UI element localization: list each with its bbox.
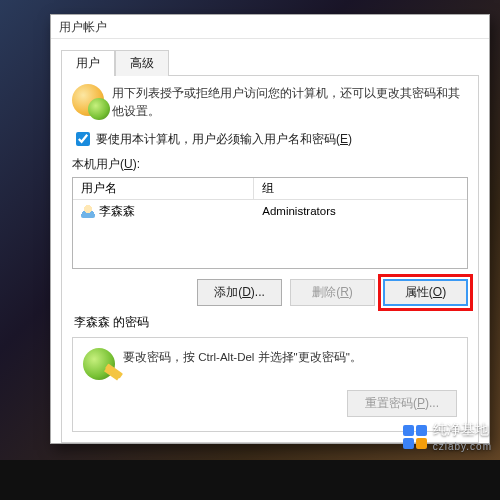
- tab-strip: 用户 高级: [61, 49, 479, 76]
- tab-users[interactable]: 用户: [61, 50, 115, 76]
- require-login-label: 要使用本计算机，用户必须输入用户名和密码(E): [96, 131, 352, 148]
- add-button[interactable]: 添加(D)...: [197, 279, 282, 306]
- password-desc: 要改密码，按 Ctrl-Alt-Del 并选择"更改密码"。: [123, 348, 362, 366]
- intro-text: 用下列表授予或拒绝用户访问您的计算机，还可以更改其密码和其他设置。: [112, 84, 468, 121]
- properties-button[interactable]: 属性(O): [383, 279, 468, 306]
- row-username: 李森森: [99, 204, 135, 219]
- delete-button: 删除(R): [290, 279, 375, 306]
- reset-password-button: 重置密码(P)...: [347, 390, 457, 417]
- require-login-checkbox-row[interactable]: 要使用本计算机，用户必须输入用户名和密码(E): [76, 131, 468, 148]
- tab-advanced[interactable]: 高级: [115, 50, 169, 76]
- watermark-sub: czlaby.com: [433, 441, 492, 452]
- user-avatar-icon: [81, 204, 95, 218]
- list-row[interactable]: 李森森 Administrators: [73, 200, 467, 223]
- tab-pane-users: 用下列表授予或拒绝用户访问您的计算机，还可以更改其密码和其他设置。 要使用本计算…: [61, 76, 479, 443]
- user-accounts-dialog: 用户帐户 用户 高级 用下列表授予或拒绝用户访问您的计算机，还可以更改其密码和其…: [50, 14, 490, 444]
- require-login-checkbox[interactable]: [76, 132, 90, 146]
- local-users-label: 本机用户(U):: [72, 156, 468, 173]
- dialog-title: 用户帐户: [51, 15, 489, 39]
- desktop-background: 用户帐户 用户 高级 用下列表授予或拒绝用户访问您的计算机，还可以更改其密码和其…: [0, 0, 500, 500]
- users-listbox[interactable]: 用户名 组 李森森 Administrators: [72, 177, 468, 269]
- site-watermark: 纯净基地 czlaby.com: [403, 421, 492, 452]
- users-icon: [72, 84, 104, 116]
- password-section-title: 李森森 的密码: [74, 314, 468, 331]
- password-box: 要改密码，按 Ctrl-Alt-Del 并选择"更改密码"。 重置密码(P)..…: [72, 337, 468, 432]
- list-header: 用户名 组: [73, 178, 467, 200]
- taskbar[interactable]: [0, 460, 500, 500]
- col-username[interactable]: 用户名: [73, 178, 254, 199]
- watermark-name: 纯净基地: [433, 421, 492, 439]
- key-icon: [83, 348, 115, 380]
- col-group[interactable]: 组: [254, 178, 467, 199]
- watermark-logo-icon: [403, 425, 427, 449]
- row-group: Administrators: [254, 202, 344, 221]
